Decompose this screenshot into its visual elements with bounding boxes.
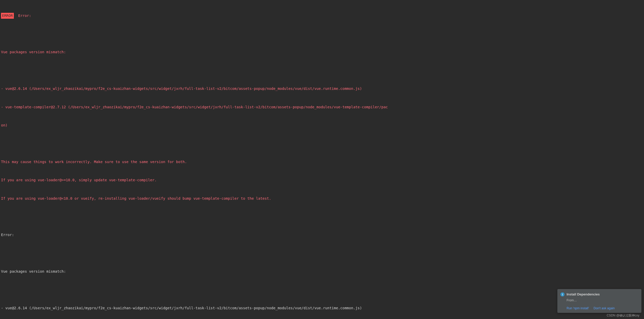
compiler-version-line-1: - vue-template-compiler@2.7.12 (/Users/e… xyxy=(1,104,644,110)
error2-label: Error: xyxy=(1,232,644,238)
vue-version-line-1: - vue@2.6.14 (/Users/ex_wljr_zhaozikai/m… xyxy=(1,86,644,92)
error-header-line: ERROR Error: xyxy=(1,13,644,19)
blank xyxy=(1,141,644,147)
vue-version-line-2: - vue@2.6.14 (/Users/ex_wljr_zhaozikai/m… xyxy=(1,305,644,311)
blank xyxy=(1,31,644,37)
terminal-output: ERROR Error: Vue packages version mismat… xyxy=(0,0,644,319)
dont-ask-again-link[interactable]: Don't ask again xyxy=(593,306,615,311)
notification-subtitle: From… xyxy=(567,298,638,303)
error-badge: ERROR xyxy=(1,13,14,19)
blank xyxy=(1,250,644,257)
blank xyxy=(1,68,644,74)
notification-actions: Run 'npm install' Don't ask again xyxy=(567,306,638,311)
blank xyxy=(1,287,644,293)
run-npm-install-link[interactable]: Run 'npm install' xyxy=(567,306,589,311)
info-icon: i xyxy=(560,292,565,296)
hint-line-1b: If you are using vue-loader@>=10.0, simp… xyxy=(1,177,644,183)
error-prefix: Error: xyxy=(14,14,33,18)
install-dependencies-notification: i Install Dependencies From… Run 'npm in… xyxy=(557,289,641,313)
hint-line-1c: If you are using vue-loader@<10.0 or vue… xyxy=(1,196,644,202)
csdn-watermark: CSDN @确认过眼神cxy xyxy=(607,313,639,318)
notification-title: Install Dependencies xyxy=(567,292,600,297)
blank xyxy=(1,214,644,220)
wrap-continuation-1: on) xyxy=(1,122,644,129)
hint-line-1a: This may cause things to work incorrectl… xyxy=(1,159,644,165)
mismatch-title-2: Vue packages version mismatch: xyxy=(1,269,644,275)
mismatch-title-1: Vue packages version mismatch: xyxy=(1,49,644,55)
notification-header: i Install Dependencies xyxy=(560,292,638,297)
